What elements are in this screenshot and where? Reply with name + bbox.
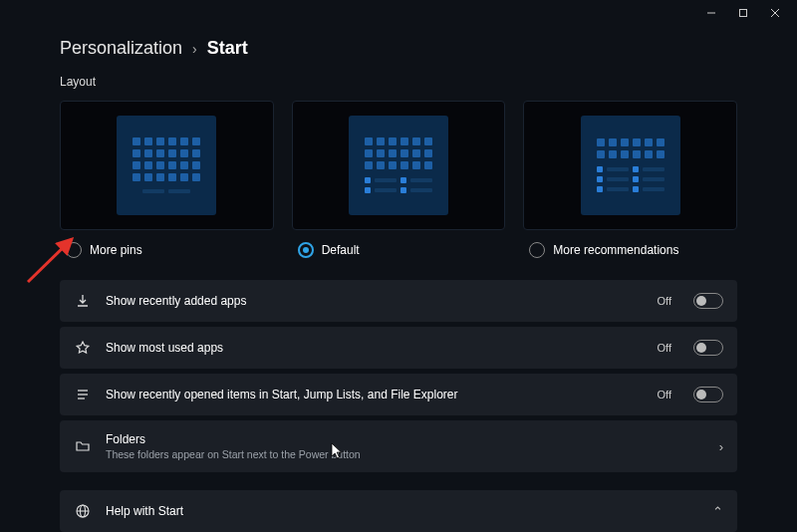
setting-most-used-apps[interactable]: Show most used apps Off (60, 327, 737, 369)
layout-preview-default[interactable] (292, 101, 506, 230)
radio-label: Default (322, 243, 360, 257)
toggle-state: Off (658, 295, 671, 307)
section-label-layout: Layout (60, 75, 737, 89)
list-icon (74, 386, 92, 403)
globe-icon (74, 502, 92, 520)
close-button[interactable] (761, 2, 789, 24)
radio-more-recommendations[interactable]: More recommendations (523, 242, 737, 258)
toggle-switch[interactable] (693, 340, 723, 356)
radio-icon (298, 242, 314, 258)
toggle-switch[interactable] (693, 387, 723, 402)
settings-list: Show recently added apps Off Show most u… (60, 280, 737, 532)
folder-icon (74, 437, 92, 455)
setting-label: Folders (106, 432, 705, 446)
setting-folders[interactable]: Folders These folders appear on Start ne… (60, 420, 737, 472)
breadcrumb-current: Start (207, 38, 248, 59)
toggle-switch[interactable] (693, 293, 723, 309)
help-with-start[interactable]: Help with Start ⌃ (60, 490, 737, 532)
setting-label: Help with Start (106, 504, 698, 518)
layout-preview-more-recommendations[interactable] (523, 101, 737, 230)
layout-radio-group: More pins Default More recommendations (60, 242, 737, 258)
radio-more-pins[interactable]: More pins (60, 242, 274, 258)
breadcrumb-parent[interactable]: Personalization (60, 38, 182, 59)
toggle-state: Off (658, 389, 671, 400)
layout-previews (60, 101, 737, 230)
minimize-button[interactable] (697, 2, 725, 24)
download-icon (74, 292, 92, 310)
chevron-right-icon: › (719, 439, 723, 454)
window-titlebar (0, 0, 797, 26)
setting-recently-added-apps[interactable]: Show recently added apps Off (60, 280, 737, 322)
radio-label: More recommendations (553, 243, 678, 257)
setting-label: Show most used apps (106, 341, 644, 355)
breadcrumb: Personalization › Start (60, 38, 737, 59)
star-icon (74, 339, 92, 357)
radio-icon (66, 242, 82, 258)
setting-recent-items[interactable]: Show recently opened items in Start, Jum… (60, 374, 737, 415)
maximize-button[interactable] (729, 2, 757, 24)
radio-default[interactable]: Default (292, 242, 506, 258)
svg-rect-1 (740, 10, 747, 17)
layout-preview-more-pins[interactable] (60, 101, 274, 230)
chevron-right-icon: › (192, 41, 197, 57)
radio-icon (529, 242, 545, 258)
setting-label: Show recently added apps (106, 294, 644, 308)
toggle-state: Off (658, 342, 671, 354)
chevron-up-icon: ⌃ (712, 504, 723, 519)
radio-label: More pins (90, 243, 142, 257)
setting-label: Show recently opened items in Start, Jum… (106, 388, 644, 401)
setting-subtitle: These folders appear on Start next to th… (106, 448, 705, 460)
